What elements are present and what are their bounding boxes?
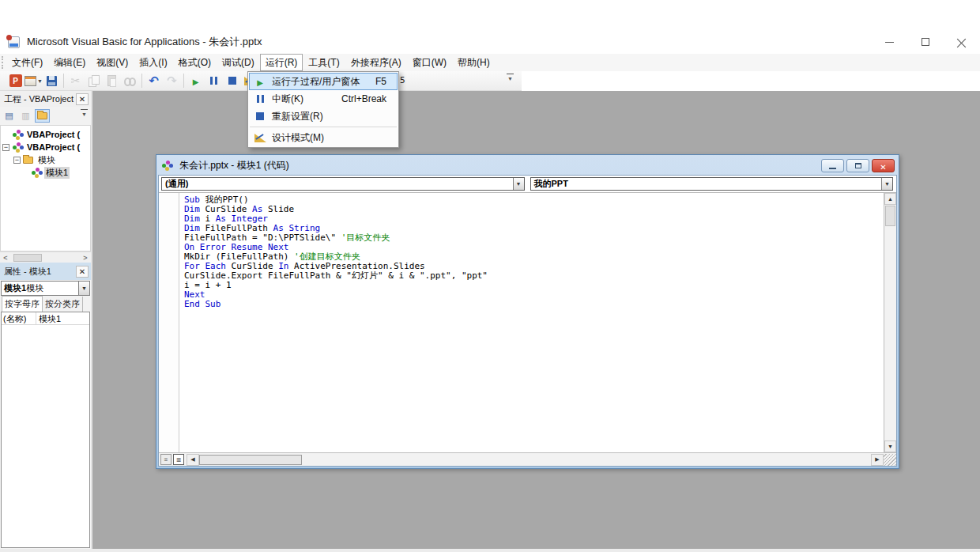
procedure-dropdown[interactable]: 我的PPT ▼ — [530, 177, 894, 191]
maximize-icon — [922, 38, 929, 46]
toggle-folders-icon[interactable] — [35, 109, 50, 123]
tree-item-label: 模块1 — [44, 167, 70, 179]
selector-object-type: 模块 — [26, 282, 43, 294]
menu-run[interactable]: 运行(R) — [260, 54, 303, 71]
code-maximize-button[interactable] — [846, 159, 869, 172]
object-dropdown[interactable]: (通用) ▼ — [161, 177, 525, 191]
run-icon — [193, 74, 199, 88]
property-name: (名称) — [2, 312, 36, 324]
menu-file[interactable]: 文件(F) — [6, 54, 48, 71]
maximize-button[interactable] — [907, 30, 944, 54]
menu-format[interactable]: 格式(O) — [173, 54, 217, 71]
vscroll-track[interactable] — [884, 227, 896, 440]
menubar-grip[interactable] — [2, 56, 6, 69]
minimize-icon — [885, 42, 894, 43]
menubar-items: 文件(F)编辑(E)视图(V)插入(I)格式(O)调试(D)运行(R)工具(T)… — [6, 54, 496, 71]
reset-icon — [228, 77, 236, 85]
minimize-icon — [829, 168, 836, 169]
code-vscrollbar[interactable]: ▲ ▼ — [884, 193, 896, 452]
minimize-button[interactable] — [871, 30, 907, 54]
save-toolbar-button[interactable] — [43, 73, 61, 89]
code-close-button[interactable] — [872, 159, 895, 172]
cut-toolbar-button[interactable] — [66, 73, 85, 89]
maximize-icon — [855, 163, 861, 168]
view-object-icon[interactable] — [18, 109, 33, 123]
scroll-right-icon[interactable]: > — [80, 254, 91, 262]
find-toolbar-button[interactable] — [121, 73, 139, 89]
scroll-down-icon[interactable]: ▼ — [884, 440, 896, 452]
tree-item[interactable]: −模块 — [1, 153, 90, 166]
menu-item-design[interactable]: 设计模式(M) — [249, 129, 398, 146]
code-window-titlebar[interactable]: 朱会计.pptx - 模块1 (代码) — [158, 157, 897, 175]
object-dropdown-icon[interactable]: ▼ — [513, 178, 524, 190]
collapse-icon[interactable]: − — [13, 157, 21, 164]
menu-item-label: 中断(K) — [270, 93, 303, 106]
menu-window[interactable]: 窗口(W) — [407, 54, 452, 71]
save-icon — [47, 76, 57, 86]
toolbar-overflow-icon[interactable]: ▼ — [505, 74, 515, 82]
toolbar-separator — [141, 74, 142, 88]
menu-item-break[interactable]: 中断(K)Ctrl+Break — [249, 90, 398, 108]
project-tree-hscrollbar[interactable]: < > — [0, 251, 91, 263]
properties-close-icon[interactable] — [76, 266, 89, 278]
paste-toolbar-button[interactable] — [103, 73, 121, 89]
procedure-view-button[interactable]: ≡ — [160, 454, 172, 465]
menu-item-shortcut: Ctrl+Break — [341, 93, 396, 104]
project-explorer-titlebar[interactable]: 工程 - VBAProject — [0, 91, 91, 107]
project-icon — [13, 146, 17, 149]
break-toolbar-button[interactable] — [205, 73, 223, 89]
run-toolbar-button[interactable] — [187, 73, 205, 89]
scroll-up-icon[interactable]: ▲ — [884, 193, 896, 205]
property-value[interactable]: 模块1 — [36, 312, 89, 324]
resize-grip[interactable] — [884, 454, 896, 466]
project-explorer-close-icon[interactable] — [76, 93, 89, 105]
tab-按分类序[interactable]: 按分类序 — [43, 297, 83, 312]
main-titlebar[interactable]: Microsoft Visual Basic for Applications … — [0, 0, 980, 54]
code-editor[interactable]: Sub 我的PPT()Dim CurSlide As SlideDim i As… — [159, 193, 896, 452]
code-hscroll-thumb[interactable] — [199, 455, 302, 465]
dropdown-arrow-icon[interactable]: ▼ — [37, 78, 43, 84]
vscroll-thumb[interactable] — [885, 206, 895, 226]
menu-help[interactable]: 帮助(H) — [452, 54, 496, 71]
tree-item[interactable]: VBAProject ( — [1, 128, 90, 141]
code-margin-indicator-bar[interactable] — [159, 193, 179, 452]
undo-toolbar-button[interactable] — [145, 73, 163, 89]
properties-titlebar[interactable]: 属性 - 模块1 — [0, 263, 91, 280]
project-explorer-title: 工程 - VBAProject — [4, 93, 74, 105]
redo-toolbar-button[interactable] — [163, 73, 181, 89]
menu-addins[interactable]: 外接程序(A) — [345, 54, 407, 71]
tree-item[interactable]: 模块1 — [1, 166, 90, 179]
menu-insert[interactable]: 插入(I) — [134, 54, 172, 71]
menu-view[interactable]: 视图(V) — [91, 54, 134, 71]
project-toolbar-overflow-icon[interactable]: ▼ — [79, 109, 89, 118]
procedure-dropdown-icon[interactable]: ▼ — [881, 178, 892, 190]
powerpoint-toolbar-button[interactable] — [6, 73, 24, 89]
menu-edit[interactable]: 编辑(E) — [48, 54, 91, 71]
menu-item-run[interactable]: 运行子过程/用户窗体F5 — [249, 73, 398, 90]
close-button[interactable] — [944, 30, 980, 54]
scroll-right-icon[interactable]: ▶ — [871, 454, 884, 466]
scroll-left-icon[interactable]: < — [0, 254, 11, 262]
full-module-view-button[interactable]: ≣ — [173, 454, 184, 465]
tab-按字母序[interactable]: 按字母序 — [2, 296, 43, 312]
close-icon — [957, 37, 967, 47]
tree-item[interactable]: −VBAProject ( — [1, 141, 90, 153]
menu-tools[interactable]: 工具(T) — [303, 54, 345, 71]
scroll-left-icon[interactable]: ◀ — [187, 454, 199, 466]
property-row[interactable]: (名称)模块1 — [2, 312, 89, 325]
project-explorer-toolbar: ▼ — [0, 107, 91, 125]
menu-debug[interactable]: 调试(D) — [217, 54, 260, 71]
view-code-icon[interactable] — [2, 109, 17, 123]
copy-toolbar-button[interactable] — [85, 73, 103, 89]
collapse-icon[interactable]: − — [2, 144, 9, 151]
selector-dropdown-icon[interactable]: ▼ — [78, 282, 89, 295]
run-menu-popup: 运行子过程/用户窗体F5中断(K)Ctrl+Break重新设置(R)设计模式(M… — [247, 71, 399, 148]
hscroll-thumb[interactable] — [13, 254, 42, 262]
code-text[interactable]: Sub 我的PPT()Dim CurSlide As SlideDim i As… — [179, 193, 884, 452]
userform-toolbar-button[interactable]: ▼ — [24, 73, 43, 89]
code-minimize-button[interactable] — [821, 159, 844, 172]
toolbar-separator — [183, 74, 184, 88]
properties-object-selector[interactable]: 模块1 模块 ▼ — [1, 281, 90, 296]
menu-item-reset[interactable]: 重新设置(R) — [249, 108, 398, 125]
reset-toolbar-button[interactable] — [223, 73, 241, 89]
